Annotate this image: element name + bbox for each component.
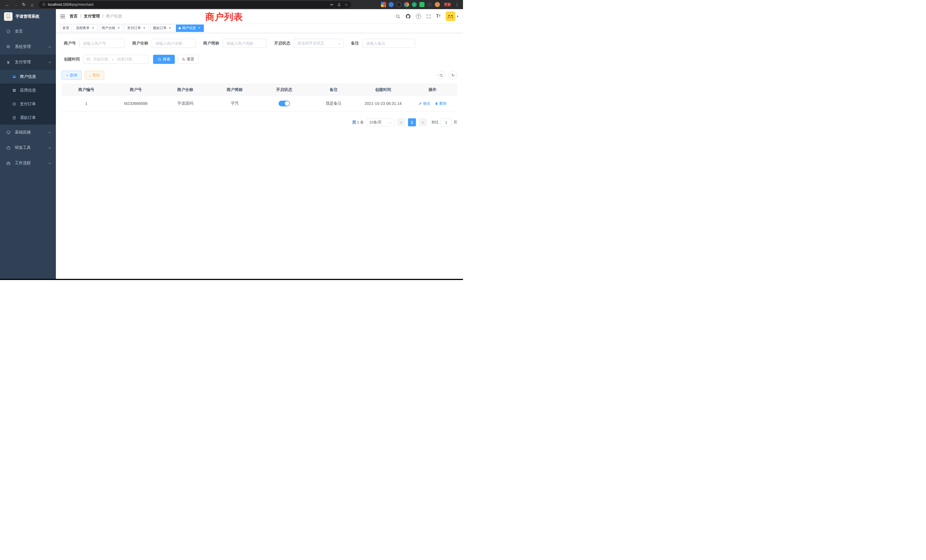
create-time-range-picker[interactable]: 开始日期 - 结束日期 — [83, 55, 149, 64]
search-icon — [158, 58, 161, 61]
plus-icon: + — [66, 73, 68, 77]
annotation-merchant-list: 商户列表 — [205, 11, 243, 23]
reload-icon[interactable]: ↻ — [20, 1, 28, 8]
site-info-icon[interactable]: ⓘ — [42, 2, 45, 7]
breadcrumb-separator: / — [102, 14, 103, 18]
delete-link[interactable]: 删除 — [435, 101, 446, 106]
check-extension-icon[interactable]: ✓ — [412, 2, 417, 7]
green-square-extension-icon[interactable] — [419, 2, 425, 7]
merchant-short-input[interactable] — [222, 39, 267, 48]
home-icon[interactable]: ⌂ — [28, 1, 36, 8]
refresh-table-button[interactable]: ↻ — [449, 71, 457, 80]
password-key-icon[interactable] — [330, 3, 334, 6]
table-row: 1 M233666999 芋道源码 芋艿 我是备注 2021-10-23 08:… — [62, 95, 457, 112]
drop-extension-icon[interactable] — [389, 2, 394, 7]
cell-merchant-id: 1 — [62, 95, 111, 112]
download-icon: ↓ — [89, 73, 91, 77]
gear-icon: ⚙ — [6, 44, 11, 49]
tab-home[interactable]: 首页 — [60, 24, 72, 32]
goto-page-input[interactable] — [440, 118, 452, 126]
search-button[interactable]: 搜索 — [153, 55, 175, 64]
sidebar-item-merchant-info[interactable]: 商户信息 — [0, 70, 56, 83]
close-icon[interactable]: × — [117, 26, 121, 30]
knot-extension-icon[interactable] — [427, 2, 432, 7]
cell-remark: 我是备注 — [309, 95, 359, 112]
chrome-update-button[interactable]: 更新 — [444, 2, 451, 7]
tab-pay-order[interactable]: 支付订单 × — [125, 24, 149, 32]
breadcrumb-home[interactable]: 首页 — [70, 14, 77, 19]
tab-grid-extension-icon[interactable]: 10 — [381, 2, 386, 7]
sidebar-item-system[interactable]: ⚙ 系统管理 — [0, 39, 56, 54]
sidebar-logo[interactable]: 芋道管理系统 — [0, 9, 56, 24]
edit-link-label: 修改 — [423, 101, 430, 106]
share-icon[interactable] — [337, 3, 341, 6]
merchant-no-input[interactable] — [79, 39, 125, 48]
breadcrumb-pay[interactable]: 支付管理 — [84, 14, 100, 19]
sidebar-item-workflow[interactable]: 工作流程 — [0, 155, 56, 171]
tab-merchant-info[interactable]: 商户信息 × — [176, 24, 204, 32]
tab-refund-order[interactable]: 退款订单 × — [150, 24, 174, 32]
forward-icon[interactable]: → — [12, 1, 20, 8]
toggle-search-button[interactable] — [437, 71, 445, 80]
dashboard-icon — [6, 29, 11, 34]
calendar-icon — [86, 57, 90, 61]
ring-extension-icon[interactable] — [396, 2, 401, 7]
colorful-avatar-extension-icon[interactable] — [404, 2, 409, 7]
delete-link-label: 删除 — [439, 101, 446, 106]
tab-user-group[interactable]: 用户分组 × — [99, 24, 123, 32]
sidebar-item-home[interactable]: 首页 — [0, 24, 56, 39]
sidebar-item-refund-order[interactable]: 退款订单 — [0, 111, 56, 125]
remark-label: 备注 — [351, 41, 359, 46]
close-icon[interactable]: × — [168, 26, 172, 30]
tab-process-form[interactable]: 流程表单 × — [73, 24, 97, 32]
help-icon[interactable]: ? — [416, 14, 421, 19]
tab-label: 商户信息 — [182, 26, 196, 30]
sidebar-item-dev-tools[interactable]: 研发工具 — [0, 140, 56, 155]
close-icon[interactable]: × — [142, 26, 146, 30]
export-button[interactable]: ↓ 导出 — [85, 71, 104, 80]
sidebar-item-infrastructure[interactable]: 基础设施 — [0, 125, 56, 140]
status-label: 开启状态 — [274, 41, 290, 46]
page-size-select[interactable]: 10条/页 — [367, 118, 394, 126]
browser-toolbar: ← → ↻ ⌂ ⓘ localhost:1024/pay/merchant ☆ … — [0, 0, 463, 9]
font-size-icon[interactable]: TT — [436, 14, 441, 18]
hamburger-icon[interactable] — [56, 14, 70, 18]
navbar-actions: ? TT ▾ — [395, 11, 463, 21]
user-menu[interactable]: ▾ — [446, 11, 458, 21]
monitor-icon — [6, 130, 11, 135]
browser-menu-icon[interactable]: ⋮ — [454, 2, 460, 7]
prev-page-button[interactable]: ‹ — [397, 118, 405, 126]
status-select[interactable]: 请选择开启状态 — [294, 39, 343, 48]
tab-label: 首页 — [62, 26, 69, 30]
edit-link[interactable]: 修改 — [419, 101, 430, 106]
search-icon[interactable] — [395, 14, 400, 19]
sidebar-item-pay-order[interactable]: 支付订单 — [0, 97, 56, 111]
close-icon[interactable]: × — [91, 26, 95, 30]
close-icon[interactable]: × — [197, 26, 201, 30]
next-page-button[interactable]: › — [419, 118, 427, 126]
profile-avatar-icon[interactable] — [435, 2, 440, 7]
status-toggle[interactable] — [278, 101, 290, 106]
merchant-name-input[interactable] — [152, 39, 196, 48]
reset-button[interactable]: ↻ 重置 — [178, 55, 199, 64]
app-navbar: 首页 / 支付管理 / 商户信息 商户列表 ? — [56, 9, 463, 23]
url-path: /pay/merchant — [71, 3, 94, 6]
search-icon — [439, 74, 443, 77]
sidebar-item-app-info[interactable]: 应用信息 — [0, 83, 56, 97]
chevron-up-icon — [48, 61, 51, 64]
sidebar-item-label: 支付订单 — [20, 101, 36, 107]
bookmark-star-icon[interactable]: ☆ — [344, 3, 348, 7]
fullscreen-icon[interactable] — [426, 14, 431, 19]
sidebar-item-pay[interactable]: ¥ 支付管理 — [0, 54, 56, 70]
github-icon[interactable] — [406, 14, 411, 19]
remark-input[interactable] — [362, 39, 415, 48]
col-merchant-id: 商户编号 — [62, 84, 111, 95]
page-1-button[interactable]: 1 — [408, 118, 416, 126]
add-button[interactable]: + 新增 — [62, 71, 82, 80]
breadcrumb-separator: / — [80, 14, 81, 18]
url-bar[interactable]: ⓘ localhost:1024/pay/merchant ☆ — [39, 1, 351, 8]
merchant-short-label: 商户简称 — [203, 41, 219, 46]
back-icon[interactable]: ← — [3, 1, 11, 8]
sidebar-item-label: 首页 — [15, 29, 23, 34]
chevron-down-icon — [389, 121, 392, 124]
